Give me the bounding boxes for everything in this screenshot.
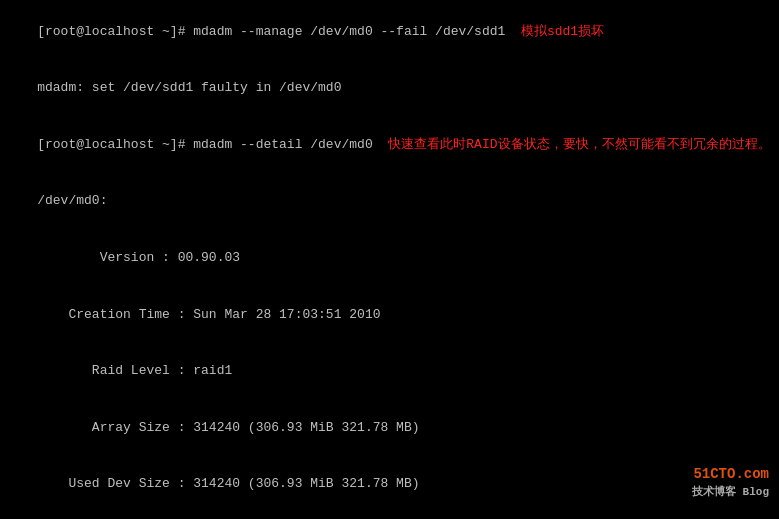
raid-level-line: Raid Level : raid1 [6, 343, 773, 400]
dev-md0-line: /dev/md0: [6, 174, 773, 231]
prompt-1: [root@localhost ~]# [37, 24, 193, 39]
watermark-subtitle: 技术博客 Blog [692, 486, 769, 498]
terminal: [root@localhost ~]# mdadm --manage /dev/… [0, 0, 779, 519]
watermark: 51CTO.com 技术博客 Blog [692, 465, 769, 501]
used-dev-size-line: Used Dev Size : 314240 (306.93 MiB 321.7… [6, 456, 773, 513]
cmd-2-text: mdadm --detail /dev/md0 [193, 137, 372, 152]
cmd-line-1: [root@localhost ~]# mdadm --manage /dev/… [6, 4, 773, 61]
cmd-1-text: mdadm --manage /dev/md0 --fail /dev/sdd1 [193, 24, 505, 39]
array-size-line: Array Size : 314240 (306.93 MiB 321.78 M… [6, 400, 773, 457]
output-set-faulty: mdadm: set /dev/sdd1 faulty in /dev/md0 [6, 61, 773, 118]
annotation-1: 模拟sdd1损坏 [521, 24, 604, 39]
raid-devices-line: Raid Devices : 2 [6, 513, 773, 519]
watermark-brand: 51CTO.com [693, 466, 769, 482]
annotation-2: 快速查看此时RAID设备状态，要快，不然可能看不到冗余的过程。 [388, 137, 770, 152]
creation-time-line: Creation Time : Sun Mar 28 17:03:51 2010 [6, 287, 773, 344]
prompt-2: [root@localhost ~]# [37, 137, 193, 152]
version-line: Version : 00.90.03 [6, 230, 773, 287]
cmd-line-2: [root@localhost ~]# mdadm --detail /dev/… [6, 117, 773, 174]
